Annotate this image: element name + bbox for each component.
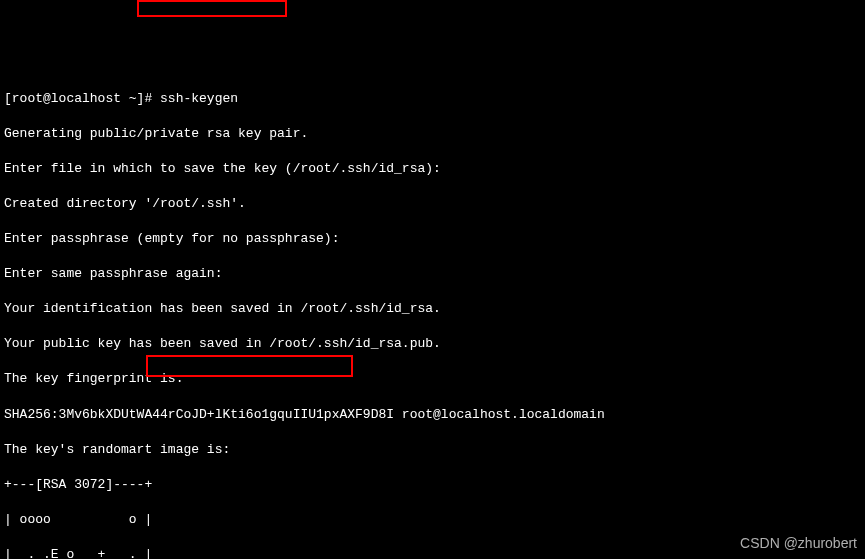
terminal-line: The key's randomart image is: bbox=[4, 441, 861, 459]
terminal-line: [root@localhost ~]# ssh-keygen bbox=[4, 90, 861, 108]
terminal-line: Your public key has been saved in /root/… bbox=[4, 335, 861, 353]
terminal-line: SHA256:3Mv6bkXDUtWA44rCoJD+lKti6o1gquIIU… bbox=[4, 406, 861, 424]
terminal-line: +---[RSA 3072]----+ bbox=[4, 476, 861, 494]
terminal-line: Created directory '/root/.ssh'. bbox=[4, 195, 861, 213]
terminal-line: The key fingerprint is: bbox=[4, 370, 861, 388]
watermark: CSDN @zhurobert bbox=[740, 534, 857, 553]
terminal-line: Enter passphrase (empty for no passphras… bbox=[4, 230, 861, 248]
terminal-line: | oooo o | bbox=[4, 511, 861, 529]
terminal-output[interactable]: [root@localhost ~]# ssh-keygen Generatin… bbox=[4, 72, 861, 559]
terminal-line: Generating public/private rsa key pair. bbox=[4, 125, 861, 143]
annotation-highlight-ssh-keygen bbox=[137, 0, 287, 17]
terminal-line: | . .E o + . | bbox=[4, 546, 861, 559]
terminal-line: Enter file in which to save the key (/ro… bbox=[4, 160, 861, 178]
terminal-line: Your identification has been saved in /r… bbox=[4, 300, 861, 318]
terminal-line: Enter same passphrase again: bbox=[4, 265, 861, 283]
